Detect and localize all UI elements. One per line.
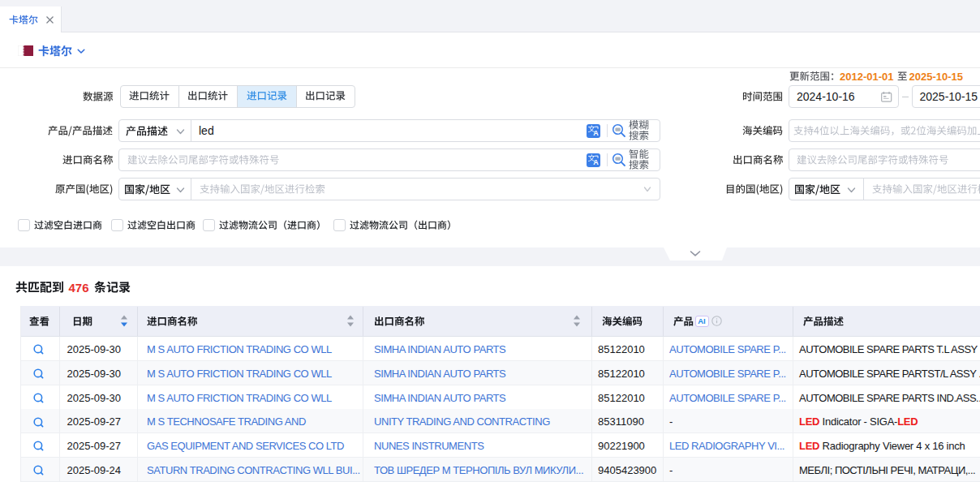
svg-text:A: A xyxy=(593,129,599,137)
svg-text:A: A xyxy=(593,158,599,166)
